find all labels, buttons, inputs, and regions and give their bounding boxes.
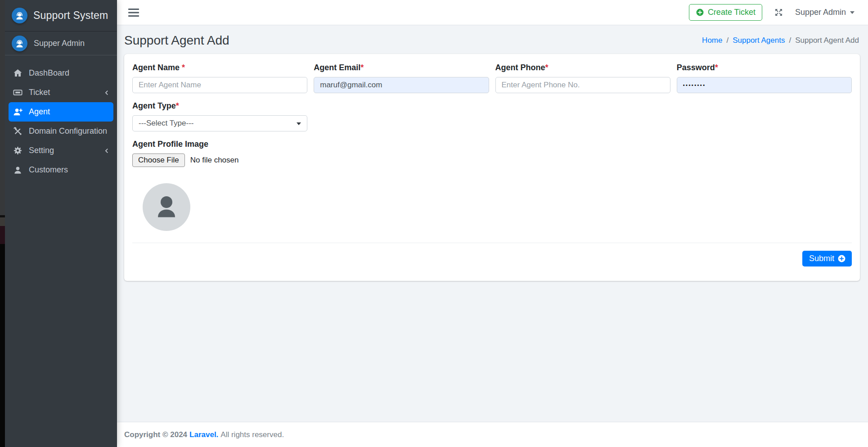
- footer-rights: All rights reserved.: [220, 430, 284, 439]
- sidebar-item-agent[interactable]: Agent: [9, 102, 113, 122]
- home-icon: [13, 68, 23, 78]
- required-asterisk: *: [715, 63, 718, 72]
- sidebar-item-label: Ticket: [29, 88, 103, 97]
- avatar-placeholder-icon: [143, 183, 190, 231]
- agent-email-input[interactable]: [314, 77, 489, 93]
- brand-logo-headset-icon: [12, 8, 27, 23]
- tools-icon: [13, 126, 23, 136]
- required-asterisk: *: [180, 63, 185, 72]
- brand-title: Support System: [33, 9, 108, 22]
- footer: Copyright © 2024 Laravel. All rights res…: [117, 422, 868, 447]
- profile-image-field-group: Agent Profile Image Choose File No file …: [132, 140, 852, 167]
- sidebar-item-ticket[interactable]: Ticket: [9, 83, 113, 102]
- profile-image-preview: [143, 183, 190, 231]
- user-menu-label: Supper Admin: [795, 8, 846, 17]
- screen: Support System Supper Admin DashBoard Ti…: [0, 0, 868, 447]
- sidebar-item-label: Setting: [29, 146, 103, 155]
- user-panel[interactable]: Supper Admin: [5, 32, 117, 55]
- content-header: Support Agent Add Home / Support Agents …: [124, 32, 860, 54]
- required-asterisk: *: [176, 101, 179, 110]
- label-text: Agent Phone: [495, 63, 545, 72]
- agent-name-label: Agent Name *: [132, 63, 307, 72]
- edge-segment: [0, 226, 5, 244]
- required-asterisk: *: [545, 63, 549, 72]
- label-text: Agent Name: [132, 63, 180, 72]
- agent-type-field-group: Agent Type* ---Select Type---: [132, 101, 852, 131]
- edge-segment: [0, 244, 5, 447]
- breadcrumb-separator: /: [726, 36, 729, 45]
- select-caret-icon: [297, 122, 301, 125]
- chevron-left-icon: [103, 148, 110, 154]
- chevron-left-icon: [103, 90, 110, 96]
- sidebar: Support System Supper Admin DashBoard Ti…: [5, 0, 117, 447]
- password-field-group: Password*: [677, 63, 852, 93]
- user-menu-dropdown[interactable]: Supper Admin: [795, 8, 855, 17]
- caret-down-icon: [850, 11, 855, 14]
- agent-type-selected-option: ---Select Type---: [139, 119, 194, 128]
- create-ticket-label: Create Ticket: [708, 8, 756, 17]
- agent-add-form-card: Agent Name * Agent Email* Agent Phone* P…: [124, 54, 860, 281]
- submit-row: Submit: [132, 251, 852, 266]
- user-panel-name: Supper Admin: [34, 39, 85, 48]
- sidebar-item-domain-configuration[interactable]: Domain Configuration: [9, 122, 113, 141]
- user-avatar-headset-icon: [12, 36, 27, 51]
- content-area: Support Agent Add Home / Support Agents …: [117, 25, 868, 422]
- brand[interactable]: Support System: [5, 0, 117, 32]
- footer-copyright: Copyright © 2024: [124, 430, 187, 439]
- file-input-row: Choose File No file chosen: [132, 154, 852, 167]
- desktop-edge-strip: [0, 0, 5, 447]
- agent-email-label: Agent Email*: [314, 63, 489, 72]
- sidebar-item-customers[interactable]: Customers: [9, 160, 113, 180]
- submit-label: Submit: [809, 254, 834, 263]
- agent-email-field-group: Agent Email*: [314, 63, 489, 93]
- main-column: Create Ticket Supper Admin Support Agent…: [117, 0, 868, 447]
- agent-type-label: Agent Type*: [132, 101, 852, 111]
- gear-icon: [13, 145, 23, 156]
- page-title: Support Agent Add: [124, 33, 229, 48]
- file-chosen-status: No file chosen: [190, 156, 239, 165]
- ticket-icon: [13, 87, 23, 98]
- sidebar-item-label: Agent: [29, 107, 110, 117]
- agent-type-select[interactable]: ---Select Type---: [132, 115, 307, 131]
- agent-phone-label: Agent Phone*: [495, 63, 670, 72]
- edge-segment: [0, 217, 5, 226]
- agent-phone-input[interactable]: [495, 77, 670, 93]
- label-text: Agent Email: [314, 63, 360, 72]
- agent-name-field-group: Agent Name *: [132, 63, 307, 93]
- plus-circle-icon: [696, 8, 704, 17]
- sidebar-item-setting[interactable]: Setting: [9, 141, 113, 160]
- form-divider: [132, 243, 852, 243]
- navbar-right-cluster: Create Ticket Supper Admin: [689, 4, 855, 21]
- sidebar-item-label: Domain Configuration: [29, 126, 110, 136]
- agent-phone-field-group: Agent Phone*: [495, 63, 670, 93]
- top-navbar: Create Ticket Supper Admin: [117, 0, 868, 25]
- sidebar-item-label: Customers: [29, 165, 110, 175]
- fullscreen-expand-icon[interactable]: [774, 8, 783, 17]
- create-ticket-button[interactable]: Create Ticket: [689, 4, 762, 21]
- breadcrumb-current: Support Agent Add: [795, 36, 859, 45]
- label-text: Agent Type: [132, 101, 176, 110]
- sidebar-menu: DashBoard Ticket Agent: [5, 55, 117, 180]
- plus-circle-icon: [837, 254, 846, 263]
- user-icon: [13, 165, 23, 175]
- choose-file-button[interactable]: Choose File: [132, 154, 185, 167]
- breadcrumb-separator: /: [789, 36, 791, 45]
- hamburger-menu-icon[interactable]: [128, 8, 139, 17]
- user-plus-icon: [13, 107, 23, 117]
- sidebar-item-dashboard[interactable]: DashBoard: [9, 63, 113, 83]
- required-asterisk: *: [360, 63, 364, 72]
- breadcrumb: Home / Support Agents / Support Agent Ad…: [702, 36, 859, 45]
- password-label: Password*: [677, 63, 852, 72]
- footer-laravel-link[interactable]: Laravel.: [189, 430, 218, 439]
- sidebar-item-label: DashBoard: [29, 68, 110, 78]
- edge-segment: [0, 0, 5, 215]
- agent-name-input[interactable]: [132, 77, 307, 93]
- label-text: Password: [677, 63, 715, 72]
- submit-button[interactable]: Submit: [802, 251, 852, 266]
- breadcrumb-home-link[interactable]: Home: [702, 36, 722, 45]
- form-row-1: Agent Name * Agent Email* Agent Phone* P…: [132, 63, 852, 93]
- password-input[interactable]: [677, 77, 852, 93]
- breadcrumb-support-agents-link[interactable]: Support Agents: [733, 36, 785, 45]
- profile-image-label: Agent Profile Image: [132, 140, 852, 149]
